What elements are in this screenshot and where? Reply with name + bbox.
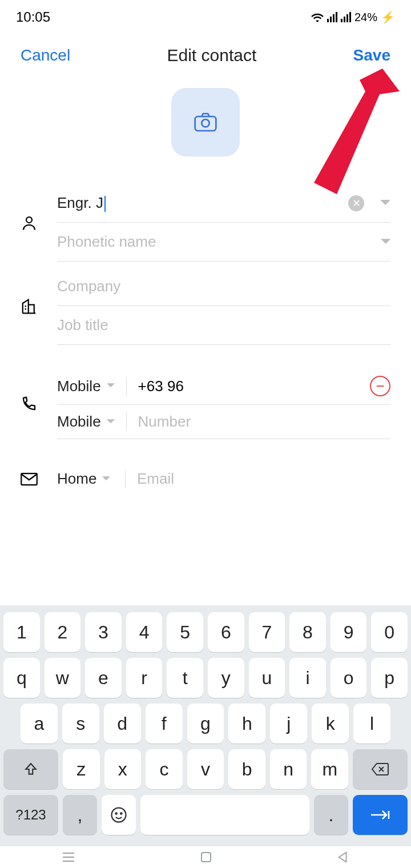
email-icon bbox=[21, 472, 38, 486]
key-z[interactable]: z bbox=[63, 749, 100, 789]
key-p[interactable]: p bbox=[371, 658, 408, 698]
email-type-label: Home bbox=[57, 470, 96, 488]
phone-number-input[interactable] bbox=[138, 413, 390, 431]
key-2[interactable]: 2 bbox=[45, 612, 81, 652]
key-d[interactable]: d bbox=[104, 704, 141, 744]
page-title: Edit contact bbox=[167, 46, 257, 65]
shift-key[interactable] bbox=[3, 749, 58, 789]
phone-row-2: Mobile bbox=[57, 405, 390, 439]
key-g[interactable]: g bbox=[187, 704, 224, 744]
name-input[interactable]: Engr. J ✕ bbox=[57, 184, 390, 223]
backspace-icon bbox=[371, 762, 389, 776]
signal-icon-2 bbox=[341, 12, 351, 22]
job-title-field[interactable] bbox=[57, 316, 390, 334]
chevron-down-icon bbox=[102, 476, 110, 482]
emoji-key[interactable] bbox=[102, 795, 136, 835]
key-s[interactable]: s bbox=[62, 704, 99, 744]
key-4[interactable]: 4 bbox=[126, 612, 163, 652]
chevron-down-icon[interactable] bbox=[381, 239, 390, 246]
save-button[interactable]: Save bbox=[353, 46, 390, 65]
person-icon bbox=[21, 214, 38, 231]
period-key[interactable]: . bbox=[314, 795, 348, 835]
key-m[interactable]: m bbox=[311, 749, 348, 789]
key-e[interactable]: e bbox=[85, 658, 122, 698]
building-icon bbox=[21, 298, 38, 315]
text-cursor bbox=[104, 196, 106, 212]
key-f[interactable]: f bbox=[146, 704, 183, 744]
phone-number-input[interactable] bbox=[138, 377, 370, 395]
svg-rect-11 bbox=[202, 853, 211, 862]
cancel-button[interactable]: Cancel bbox=[21, 46, 70, 65]
svg-point-7 bbox=[120, 813, 122, 814]
clear-name-button[interactable]: ✕ bbox=[348, 195, 364, 211]
phonetic-name-input[interactable] bbox=[57, 223, 390, 262]
comma-key[interactable]: , bbox=[63, 795, 97, 835]
key-8[interactable]: 8 bbox=[289, 612, 326, 652]
enter-key[interactable] bbox=[353, 795, 408, 835]
back-button[interactable] bbox=[337, 851, 349, 863]
key-5[interactable]: 5 bbox=[167, 612, 203, 652]
key-q[interactable]: q bbox=[3, 658, 40, 698]
key-j[interactable]: j bbox=[270, 704, 307, 744]
chevron-down-icon bbox=[107, 419, 115, 425]
key-o[interactable]: o bbox=[331, 658, 367, 698]
key-i[interactable]: i bbox=[289, 658, 326, 698]
svg-point-2 bbox=[202, 119, 209, 127]
chevron-down-icon bbox=[107, 383, 115, 389]
symbols-key[interactable]: ?123 bbox=[3, 795, 58, 835]
company-field[interactable] bbox=[57, 278, 390, 295]
svg-point-5 bbox=[112, 808, 126, 822]
phone-row-1: Mobile − bbox=[57, 368, 390, 405]
phone-type-selector[interactable]: Mobile bbox=[57, 413, 127, 431]
chevron-down-icon[interactable] bbox=[380, 200, 390, 207]
phone-type-selector[interactable]: Mobile bbox=[57, 377, 127, 395]
key-9[interactable]: 9 bbox=[331, 612, 367, 652]
key-1[interactable]: 1 bbox=[3, 612, 40, 652]
key-w[interactable]: w bbox=[45, 658, 81, 698]
spacebar-key[interactable] bbox=[140, 795, 309, 835]
key-y[interactable]: y bbox=[208, 658, 244, 698]
status-time: 10:05 bbox=[16, 9, 50, 25]
status-indicators: 24% ⚡ bbox=[311, 10, 395, 24]
key-r[interactable]: r bbox=[126, 658, 163, 698]
phone-type-label: Mobile bbox=[57, 413, 101, 431]
next-icon bbox=[370, 809, 390, 821]
key-l[interactable]: l bbox=[353, 704, 390, 744]
key-k[interactable]: k bbox=[312, 704, 349, 744]
email-type-selector[interactable]: Home bbox=[57, 470, 126, 488]
key-u[interactable]: u bbox=[249, 658, 285, 698]
svg-point-6 bbox=[115, 813, 117, 814]
key-h[interactable]: h bbox=[228, 704, 265, 744]
key-a[interactable]: a bbox=[21, 704, 58, 744]
key-6[interactable]: 6 bbox=[208, 612, 244, 652]
key-3[interactable]: 3 bbox=[85, 612, 122, 652]
emoji-icon bbox=[110, 806, 127, 823]
battery-percent: 24% bbox=[354, 11, 377, 24]
name-value: Engr. J bbox=[57, 194, 103, 211]
key-x[interactable]: x bbox=[104, 749, 142, 789]
key-t[interactable]: t bbox=[167, 658, 203, 698]
job-title-input[interactable] bbox=[57, 306, 390, 345]
phonetic-name-field[interactable] bbox=[57, 233, 381, 251]
status-bar: 10:05 24% ⚡ bbox=[0, 0, 411, 34]
signal-icon bbox=[327, 12, 337, 22]
shift-icon bbox=[23, 762, 38, 777]
key-n[interactable]: n bbox=[270, 749, 307, 789]
backspace-key[interactable] bbox=[353, 749, 408, 789]
key-7[interactable]: 7 bbox=[249, 612, 285, 652]
charging-icon: ⚡ bbox=[381, 10, 395, 24]
key-0[interactable]: 0 bbox=[371, 612, 408, 652]
svg-point-3 bbox=[26, 217, 32, 223]
email-input[interactable] bbox=[137, 470, 390, 488]
keyboard: 1 2 3 4 5 6 7 8 9 0 q w e r t y u i o p … bbox=[0, 605, 411, 846]
remove-phone-button[interactable]: − bbox=[370, 376, 390, 396]
recent-apps-button[interactable] bbox=[62, 851, 75, 863]
key-b[interactable]: b bbox=[228, 749, 265, 789]
email-row: Home bbox=[57, 462, 390, 496]
wifi-icon bbox=[311, 12, 324, 22]
company-input[interactable] bbox=[57, 267, 390, 306]
key-v[interactable]: v bbox=[187, 749, 224, 789]
home-button[interactable] bbox=[199, 850, 213, 864]
contact-photo-button[interactable] bbox=[171, 88, 240, 156]
key-c[interactable]: c bbox=[146, 749, 183, 789]
